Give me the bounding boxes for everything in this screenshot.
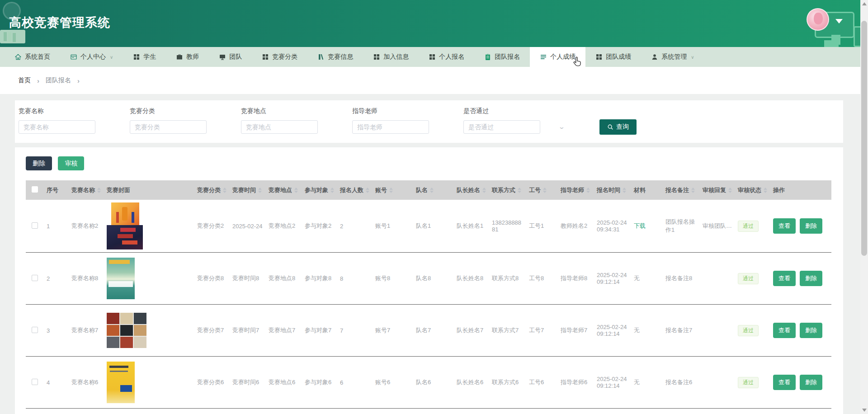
approve-select[interactable] bbox=[463, 120, 540, 134]
column-header-label: 竞赛地点 bbox=[269, 187, 292, 193]
scroll-up-arrow-icon[interactable] bbox=[862, 2, 867, 5]
column-header-17[interactable]: 报名备注 bbox=[663, 180, 700, 200]
cell-job_no: 工号1 bbox=[526, 200, 558, 253]
cell-target: 参与对象2 bbox=[302, 200, 337, 253]
delete-button[interactable]: 删除 bbox=[800, 375, 822, 390]
download-link[interactable]: 下载 bbox=[634, 222, 646, 229]
column-header-7[interactable]: 参与对象 bbox=[302, 180, 337, 200]
sort-icon bbox=[430, 188, 434, 193]
filter-label: 指导老师 bbox=[352, 107, 429, 115]
filter-field-2: 竞赛分类 bbox=[130, 107, 207, 134]
nav-item-label: 竞赛信息 bbox=[328, 53, 353, 61]
nav-item-label: 个人中心 bbox=[80, 53, 106, 61]
nav-item-13[interactable]: 系统管理∨ bbox=[641, 47, 704, 67]
cell-material: 无 bbox=[631, 253, 663, 305]
scroll-down-arrow-icon[interactable] bbox=[862, 409, 867, 412]
competition-cover-image[interactable] bbox=[107, 362, 135, 403]
nav-item-5[interactable]: 团队 bbox=[209, 47, 252, 67]
cell-target: 参与对象7 bbox=[302, 305, 337, 357]
column-header-4[interactable]: 竞赛分类 bbox=[194, 180, 230, 200]
column-header-6[interactable]: 竞赛地点 bbox=[266, 180, 302, 200]
view-button[interactable]: 查看 bbox=[773, 218, 796, 234]
cell-location: 竞赛地点6 bbox=[266, 357, 302, 409]
filter-input-2[interactable] bbox=[130, 120, 207, 134]
competition-cover-image[interactable] bbox=[107, 313, 146, 348]
cell-account: 账号1 bbox=[373, 200, 413, 253]
cell-count: 7 bbox=[337, 305, 373, 357]
app-title: 高校竞赛管理系统 bbox=[9, 14, 110, 31]
row-checkbox[interactable] bbox=[32, 222, 38, 229]
column-header-12[interactable]: 联系方式 bbox=[489, 180, 526, 200]
column-header-1: 序号 bbox=[44, 180, 69, 200]
row-checkbox[interactable] bbox=[32, 327, 38, 333]
filter-input-1[interactable] bbox=[19, 120, 95, 134]
select-all-checkbox[interactable] bbox=[32, 186, 38, 193]
delete-button[interactable]: 删除 bbox=[800, 218, 822, 234]
bulk-delete-button[interactable]: 删除 bbox=[26, 156, 52, 170]
cell-job_no: 工号8 bbox=[526, 253, 558, 305]
cell-note: 报名备注8 bbox=[663, 253, 700, 305]
column-header-20: 操作 bbox=[770, 180, 831, 200]
nav-item-11[interactable]: 个人成绩 bbox=[530, 47, 585, 67]
nav-item-2[interactable]: 个人中心∨ bbox=[60, 47, 123, 67]
column-header-14[interactable]: 指导老师 bbox=[558, 180, 594, 200]
row-select-cell bbox=[26, 253, 44, 305]
bulk-review-button[interactable]: 审核 bbox=[58, 156, 84, 170]
cell-count: 8 bbox=[337, 253, 373, 305]
cell-account: 账号8 bbox=[373, 253, 413, 305]
nav-item-3[interactable]: 学生 bbox=[123, 47, 166, 67]
nav-item-7[interactable]: 竞赛信息 bbox=[307, 47, 363, 67]
filter-input-3[interactable] bbox=[241, 120, 318, 134]
nav-item-10[interactable]: 团队报名 bbox=[474, 47, 530, 67]
competition-cover-image[interactable] bbox=[107, 202, 148, 249]
scrollbar-thumb[interactable] bbox=[861, 21, 867, 256]
status-badge: 通过 bbox=[738, 221, 759, 232]
nav-item-4[interactable]: 教师 bbox=[166, 47, 209, 67]
filter-input-4[interactable] bbox=[352, 120, 429, 134]
row-checkbox[interactable] bbox=[32, 275, 38, 281]
cell-location: 竞赛地点7 bbox=[266, 305, 302, 357]
table-panel: 删除 审核 序号竞赛名称竞赛封面竞赛分类竞赛时间竞赛地点参与对象报名人数账号队名… bbox=[15, 147, 843, 414]
nav-item-9[interactable]: 个人报名 bbox=[419, 47, 474, 67]
sort-icon bbox=[586, 188, 590, 193]
delete-button[interactable]: 删除 bbox=[800, 271, 822, 286]
delete-button[interactable]: 删除 bbox=[800, 323, 822, 338]
column-header-9[interactable]: 账号 bbox=[373, 180, 413, 200]
breadcrumb-current[interactable]: 团队报名 bbox=[46, 76, 71, 85]
column-header-19[interactable]: 审核状态 bbox=[735, 180, 770, 200]
view-button[interactable]: 查看 bbox=[773, 323, 796, 338]
grid-icon bbox=[133, 53, 140, 61]
search-button-label: 查询 bbox=[616, 123, 629, 131]
column-header-5[interactable]: 竞赛时间 bbox=[230, 180, 266, 200]
user-avatar[interactable] bbox=[807, 8, 829, 31]
nav-item-6[interactable]: 竞赛分类 bbox=[252, 47, 307, 67]
row-select-cell bbox=[26, 200, 44, 253]
nav-item-label: 团队报名 bbox=[495, 53, 520, 61]
column-header-10[interactable]: 队名 bbox=[413, 180, 454, 200]
filter-field-5: 是否通过 bbox=[463, 107, 540, 134]
view-button[interactable]: 查看 bbox=[773, 375, 796, 390]
column-header-15[interactable]: 报名时间 bbox=[594, 180, 631, 200]
column-header-11[interactable]: 队长姓名 bbox=[454, 180, 489, 200]
filter-field-4: 指导老师 bbox=[352, 107, 429, 134]
nav-item-12[interactable]: 团队成绩 bbox=[585, 47, 641, 67]
view-button[interactable]: 查看 bbox=[773, 271, 796, 286]
column-header-13[interactable]: 工号 bbox=[526, 180, 558, 200]
nav-item-label: 教师 bbox=[186, 53, 199, 61]
competition-cover-image[interactable] bbox=[107, 258, 135, 299]
column-header-2[interactable]: 竞赛名称 bbox=[69, 180, 104, 200]
column-header-label: 材料 bbox=[634, 187, 646, 193]
cell-leader: 队长姓名8 bbox=[454, 253, 489, 305]
filter-field-3: 竞赛地点 bbox=[241, 107, 318, 134]
column-header-8[interactable]: 报名人数 bbox=[337, 180, 373, 200]
search-button[interactable]: 查询 bbox=[599, 119, 637, 135]
nav-item-8[interactable]: 加入信息 bbox=[363, 47, 419, 67]
breadcrumb-home[interactable]: 首页 bbox=[18, 76, 31, 85]
row-checkbox[interactable] bbox=[32, 379, 38, 385]
column-header-label: 账号 bbox=[375, 187, 387, 193]
column-header-18[interactable]: 审核回复 bbox=[700, 180, 735, 200]
sort-icon bbox=[294, 188, 298, 193]
user-menu-caret-icon[interactable] bbox=[835, 19, 843, 24]
nav-item-1[interactable]: 系统首页 bbox=[5, 47, 60, 67]
cell-target: 参与对象6 bbox=[302, 357, 337, 409]
